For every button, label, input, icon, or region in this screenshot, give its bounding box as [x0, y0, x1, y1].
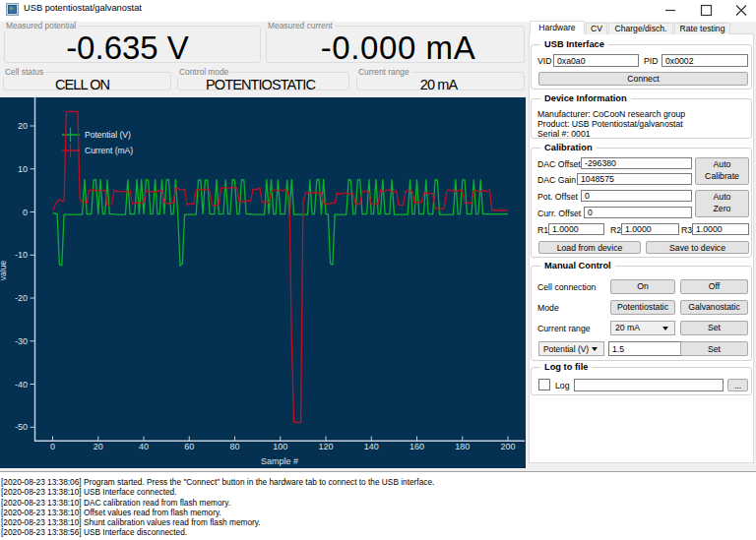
svg-text:-10: -10 [15, 250, 28, 260]
svg-text:120: 120 [318, 442, 333, 451]
svg-text:0: 0 [23, 208, 28, 217]
svg-text:20: 20 [18, 121, 28, 131]
svg-text:140: 140 [364, 442, 379, 451]
svg-text:200: 200 [500, 442, 515, 451]
svg-text:40: 40 [139, 442, 149, 451]
svg-text:180: 180 [455, 442, 470, 451]
svg-text:Potential (V): Potential (V) [85, 130, 131, 140]
svg-text:100: 100 [273, 442, 287, 451]
svg-text:80: 80 [229, 442, 239, 451]
svg-text:Current (mA): Current (mA) [85, 146, 133, 155]
svg-text:-40: -40 [15, 380, 28, 390]
svg-text:10: 10 [18, 164, 28, 174]
svg-text:0: 0 [50, 442, 55, 451]
svg-text:Sample #: Sample # [261, 456, 298, 466]
svg-text:20: 20 [94, 442, 103, 451]
svg-text:value: value [0, 261, 8, 281]
svg-text:60: 60 [184, 442, 194, 451]
svg-text:-20: -20 [15, 293, 28, 303]
svg-text:-50: -50 [15, 422, 28, 432]
svg-text:160: 160 [410, 442, 424, 451]
svg-text:-30: -30 [15, 336, 28, 346]
